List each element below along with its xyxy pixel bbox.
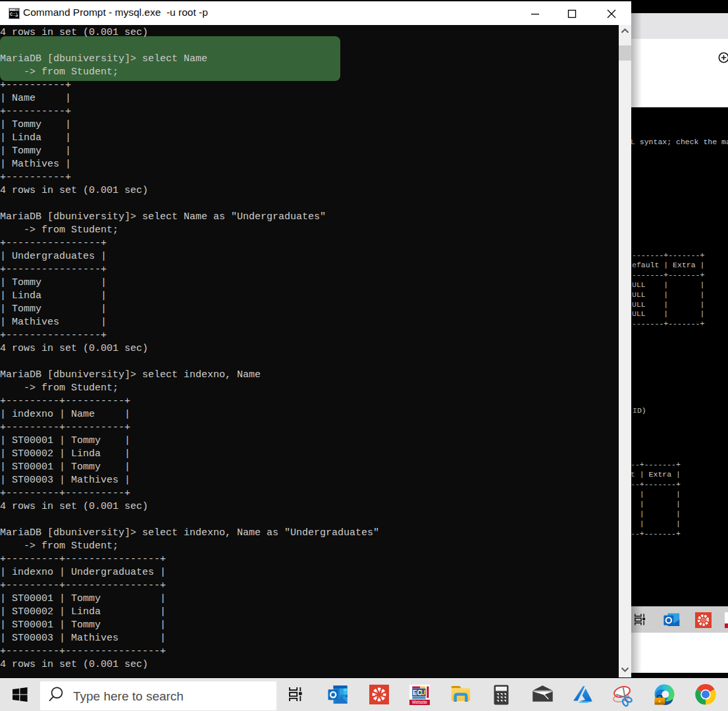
svg-text:Website: Website	[412, 700, 427, 704]
svg-text:U: U	[421, 689, 425, 696]
